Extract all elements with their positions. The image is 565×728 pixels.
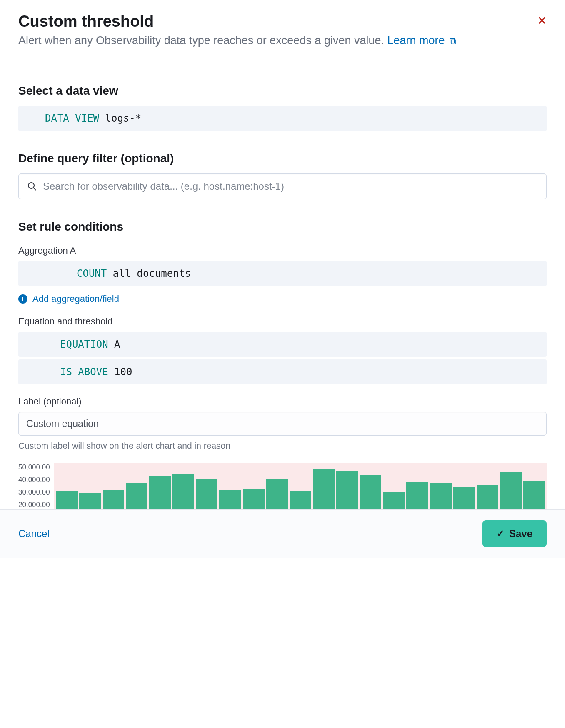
query-filter-input[interactable]: Search for observability data... (e.g. h… (18, 173, 547, 199)
query-filter-placeholder: Search for observability data... (e.g. h… (43, 181, 538, 192)
chart-y-tick: 40,000.00 (18, 476, 50, 484)
chart-y-tick: 50,000.00 (18, 463, 50, 472)
chart-vline (500, 463, 500, 509)
subtitle-text: Alert when any Observability data type r… (18, 34, 388, 47)
threshold-value: 100 (114, 366, 132, 378)
chart-bar (290, 491, 311, 509)
chart-bar (243, 489, 265, 510)
search-icon (27, 181, 37, 191)
chart-bar (196, 479, 218, 509)
chart-bar (500, 472, 522, 509)
close-icon[interactable]: ✕ (537, 15, 547, 27)
threshold-keyword: IS ABOVE (60, 366, 108, 378)
chart-bar (453, 487, 475, 509)
chart-y-tick: 20,000.00 (18, 501, 50, 509)
chart-bar (430, 483, 451, 509)
add-aggregation-button[interactable]: + Add aggregation/field (18, 294, 547, 304)
label-help-text: Custom label will show on the alert char… (18, 441, 547, 451)
save-label: Save (509, 528, 532, 540)
cancel-button[interactable]: Cancel (18, 528, 50, 540)
conditions-section-title: Set rule conditions (18, 220, 547, 233)
chart-bar (149, 476, 171, 510)
chart-vline (125, 463, 125, 509)
chart-bar (172, 474, 194, 509)
chart-bar (126, 483, 148, 509)
chart-bar (102, 490, 124, 510)
chart-bar (477, 485, 498, 510)
svg-line-1 (33, 188, 36, 190)
threshold-selector[interactable]: IS ABOVE 100 (18, 359, 547, 384)
chart-bar (56, 491, 78, 509)
chart-bar (79, 493, 101, 510)
page-subtitle: Alert when any Observability data type r… (18, 33, 547, 48)
data-view-value: logs-* (105, 113, 142, 124)
data-view-selector[interactable]: DATA VIEW logs-* (18, 106, 547, 131)
data-view-keyword: DATA VIEW (45, 113, 99, 124)
aggregation-label: Aggregation A (18, 245, 547, 256)
chart-bar (360, 475, 381, 510)
external-link-icon: ⧉ (450, 36, 456, 46)
save-button[interactable]: ✓ Save (482, 520, 547, 547)
aggregation-selector[interactable]: COUNT all documents (18, 261, 547, 286)
plus-circle-icon: + (18, 294, 28, 304)
chart-bar (406, 482, 428, 509)
aggregation-keyword: COUNT (77, 268, 107, 279)
chart-bar (313, 469, 335, 509)
divider (18, 63, 547, 63)
equation-keyword: EQUATION (60, 339, 108, 350)
filter-section-title: Define query filter (optional) (18, 152, 547, 165)
chart-area (54, 463, 547, 509)
add-aggregation-label: Add aggregation/field (32, 294, 119, 304)
chart-bar (266, 479, 288, 510)
svg-point-0 (28, 183, 34, 188)
chart-y-tick: 30,000.00 (18, 488, 50, 497)
learn-more-link[interactable]: Learn more ⧉ (388, 34, 457, 47)
label-field[interactable] (18, 412, 547, 436)
preview-chart: 50,000.0040,000.0030,000.0020,000.00 (18, 463, 547, 509)
chart-bar (383, 492, 405, 509)
chart-bar (219, 490, 241, 510)
equation-value: A (114, 339, 120, 350)
chart-y-axis: 50,000.0040,000.0030,000.0020,000.00 (18, 463, 54, 509)
equation-selector[interactable]: EQUATION A (18, 332, 547, 357)
equation-label: Equation and threshold (18, 316, 547, 327)
data-view-section-title: Select a data view (18, 84, 547, 98)
chart-bar (523, 481, 545, 510)
label-field-label: Label (optional) (18, 396, 547, 407)
chart-bar (336, 471, 358, 510)
check-icon: ✓ (497, 528, 504, 539)
aggregation-value: all documents (113, 268, 191, 279)
page-title: Custom threshold (18, 13, 154, 30)
